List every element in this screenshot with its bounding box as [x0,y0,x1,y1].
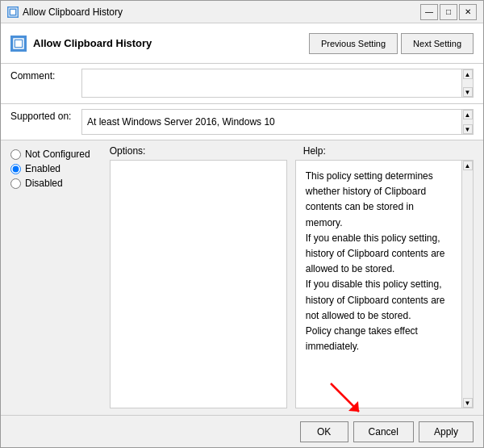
cancel-button[interactable]: Cancel [353,421,414,442]
help-scroll-up[interactable]: ▲ [463,161,473,170]
svg-rect-3 [15,40,22,47]
comment-scrollbar[interactable]: ▲ ▼ [461,69,473,97]
svg-rect-1 [10,10,15,15]
maximize-button[interactable]: □ [440,4,457,20]
enabled-label: Enabled [25,163,60,174]
window-icon [7,6,19,18]
help-panel: This policy setting determines whether h… [295,160,474,408]
comment-box: ▲ ▼ [81,69,474,98]
scroll-down-arrow[interactable]: ▼ [463,87,473,97]
right-content: Options: Help: This policy setting deter… [100,140,483,415]
enabled-radio[interactable] [10,164,21,174]
dialog-header: Allow Clipboard History Previous Setting… [1,23,483,64]
main-layout: Not Configured Enabled Disabled Options:… [1,140,483,415]
comment-section: Comment: ▲ ▼ [1,64,483,104]
help-text: This policy setting determines whether h… [306,170,445,352]
dialog-title: Allow Clipboard History [33,37,152,49]
help-scrollbar[interactable]: ▲ ▼ [461,161,473,408]
header-buttons: Previous Setting Next Setting [309,33,474,54]
labels-row: Options: Help: [100,140,483,160]
options-section-label: Options: [110,145,287,157]
supported-scroll-down[interactable]: ▼ [463,124,473,134]
not-configured-label: Not Configured [25,149,90,160]
dialog-title-area: Allow Clipboard History [10,36,152,52]
supported-section: Supported on: At least Windows Server 20… [1,104,483,140]
help-scroll-down[interactable]: ▼ [463,398,473,408]
not-configured-radio[interactable] [10,149,21,160]
not-configured-option: Not Configured [10,149,90,160]
help-section-label: Help: [303,145,474,157]
boxes-row: This policy setting determines whether h… [100,160,483,415]
left-panel: Not Configured Enabled Disabled [1,140,100,415]
main-window: Allow Clipboard History — □ ✕ Allow Clip… [0,0,484,448]
close-button[interactable]: ✕ [459,4,477,20]
window-controls: — □ ✕ [420,4,477,20]
supported-label: Supported on: [10,109,75,122]
ok-button[interactable]: OK [300,421,348,442]
supported-value: At least Windows Server 2016, Windows 10 [87,116,275,128]
help-content: This policy setting determines whether h… [296,161,461,408]
next-setting-button[interactable]: Next Setting [401,33,474,54]
supported-scrollbar[interactable]: ▲ ▼ [461,110,473,134]
scroll-up-arrow[interactable]: ▲ [463,69,473,79]
disabled-label: Disabled [25,178,63,189]
options-panel [110,160,287,408]
dialog-icon [10,36,27,52]
enabled-option: Enabled [10,163,90,174]
disabled-option: Disabled [10,178,90,189]
supported-content-box: At least Windows Server 2016, Windows 10… [81,109,474,135]
supported-scroll-up[interactable]: ▲ [463,110,473,119]
comment-label: Comment: [10,69,75,82]
content-area: Not Configured Enabled Disabled Options:… [1,140,483,415]
title-bar: Allow Clipboard History — □ ✕ [1,1,483,23]
previous-setting-button[interactable]: Previous Setting [309,33,398,54]
minimize-button[interactable]: — [420,4,438,20]
dialog-footer: OK Cancel Apply [1,415,483,447]
apply-button[interactable]: Apply [419,421,474,442]
window-title: Allow Clipboard History [23,6,420,18]
disabled-radio[interactable] [10,178,21,189]
